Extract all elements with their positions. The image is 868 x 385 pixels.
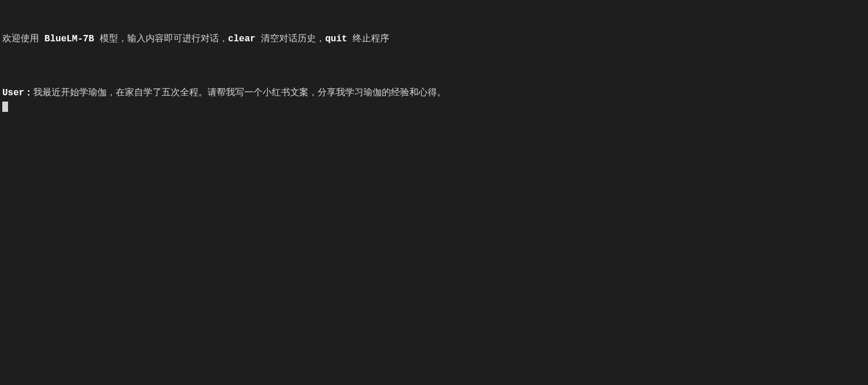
quit-command: quit xyxy=(325,34,347,44)
terminal-cursor xyxy=(2,102,8,112)
terminal-output[interactable]: 欢迎使用 BlueLM-7B 模型，输入内容即可进行对话，clear 清空对话历… xyxy=(2,5,866,114)
welcome-text-4: 终止程序 xyxy=(347,34,390,44)
user-prompt-label: User： xyxy=(2,88,33,98)
user-prompt-line: User：我最近开始学瑜伽，在家自学了五次全程。请帮我写一个小红书文案，分享我学… xyxy=(2,86,866,100)
welcome-message: 欢迎使用 BlueLM-7B 模型，输入内容即可进行对话，clear 清空对话历… xyxy=(2,32,866,46)
model-name: BlueLM-7B xyxy=(45,34,94,44)
clear-command: clear xyxy=(228,34,256,44)
welcome-text-2: 模型，输入内容即可进行对话， xyxy=(94,34,228,44)
user-input-text: 我最近开始学瑜伽，在家自学了五次全程。请帮我写一个小红书文案，分享我学习瑜伽的经… xyxy=(33,88,446,98)
welcome-text-3: 清空对话历史， xyxy=(256,34,326,44)
welcome-text-1: 欢迎使用 xyxy=(2,34,45,44)
